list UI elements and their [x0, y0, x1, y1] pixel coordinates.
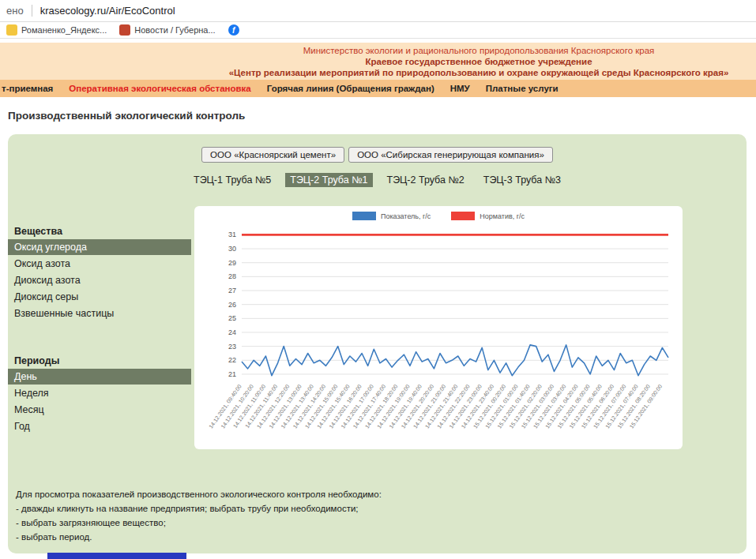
- substance-item[interactable]: Диоксид серы: [8, 289, 191, 305]
- nav-item[interactable]: Оперативная экологическая обстановка: [69, 84, 250, 93]
- svg-text:29: 29: [228, 259, 236, 267]
- security-status-label: ено: [6, 5, 24, 17]
- address-url[interactable]: krasecology.ru/Air/EcoControl: [40, 5, 175, 17]
- emissions-line-chart: 212223242526272829303114.12.2021, 09:40:…: [197, 223, 678, 446]
- legend-label: Норматив, г/с: [480, 212, 525, 220]
- bookmark-item[interactable]: Романенко_Яндекс...: [6, 24, 107, 36]
- period-item[interactable]: Год: [8, 418, 191, 434]
- address-separator: [32, 5, 32, 17]
- pipe-tab[interactable]: ТЭЦ-1 Труба №5: [189, 173, 276, 187]
- chart-legend: Показатель, г/с Норматив, г/с: [194, 210, 683, 222]
- company-button-row: ООО «Красноярский цемент» ООО «Сибирская…: [8, 134, 747, 163]
- pipe-tab[interactable]: ТЭЦ-2 Труба №1: [285, 173, 372, 187]
- nav-item[interactable]: НМУ: [450, 84, 470, 93]
- site-favicon-icon: [119, 24, 130, 36]
- browser-status-bar: [47, 553, 186, 559]
- browser-window: ено krasecology.ru/Air/EcoControl Романе…: [0, 0, 756, 559]
- period-item[interactable]: Неделя: [8, 385, 191, 401]
- yandex-favicon-icon: [6, 24, 17, 36]
- nav-item[interactable]: Горячая линия (Обращения граждан): [267, 84, 434, 93]
- substance-item[interactable]: Взвешенные частицы: [8, 306, 191, 321]
- bookmark-label: Новости / Губерна...: [134, 25, 215, 35]
- browser-address-bar[interactable]: ено krasecology.ru/Air/EcoControl: [0, 0, 756, 22]
- company-button[interactable]: ООО «Сибирская генерирующая компания»: [348, 147, 553, 163]
- period-item[interactable]: День: [8, 369, 191, 385]
- svg-text:23: 23: [228, 343, 236, 351]
- institution-line: Краевое государственное бюджетное учрежд…: [201, 56, 756, 67]
- sidebar: Вещества Оксид углерода Оксид азота Диок…: [8, 206, 191, 449]
- substance-item[interactable]: Оксид углерода: [8, 239, 191, 255]
- chart-card: Показатель, г/с Норматив, г/с 2122232425…: [194, 206, 683, 449]
- instruction-line: - дважды кликнуть на название предприяти…: [16, 501, 747, 516]
- instruction-line: - выбрать загрязняющее вещество;: [16, 516, 747, 530]
- svg-text:28: 28: [228, 272, 236, 280]
- legend-item: Показатель, г/с: [352, 212, 431, 220]
- instruction-line: Для просмотра показателей производственн…: [16, 487, 747, 501]
- bookmark-label: Романенко_Яндекс...: [21, 25, 107, 35]
- svg-text:27: 27: [228, 287, 236, 295]
- site-header-text: Министерство экологии и рационального пр…: [201, 45, 756, 78]
- center-name-line: «Центр реализации мероприятий по природо…: [201, 67, 756, 78]
- svg-text:25: 25: [228, 314, 236, 322]
- svg-text:24: 24: [228, 328, 236, 336]
- pipe-tab[interactable]: ТЭЦ-3 Труба №3: [479, 173, 566, 187]
- legend-label: Показатель, г/с: [381, 212, 431, 220]
- legend-swatch-icon: [352, 212, 376, 220]
- svg-text:30: 30: [228, 245, 236, 253]
- eco-control-panel: ООО «Красноярский цемент» ООО «Сибирская…: [8, 134, 747, 553]
- site-header: Министерство экологии и рационального пр…: [0, 43, 756, 80]
- period-item[interactable]: Месяц: [8, 402, 191, 418]
- pipe-tab-row: ТЭЦ-1 Труба №5 ТЭЦ-2 Труба №1 ТЭЦ-2 Труб…: [8, 173, 747, 187]
- pipe-tab[interactable]: ТЭЦ-2 Труба №2: [382, 173, 469, 187]
- bookmarks-bar: Романенко_Яндекс... Новости / Губерна...…: [0, 22, 756, 39]
- substances-list: Оксид углерода Оксид азота Диоксид азота…: [8, 239, 191, 321]
- periods-heading: Периоды: [8, 353, 191, 369]
- substance-item[interactable]: Диоксид азота: [8, 272, 191, 288]
- svg-text:21: 21: [228, 370, 236, 378]
- instructions-block: Для просмотра показателей производственн…: [16, 487, 747, 544]
- legend-item: Норматив, г/с: [451, 212, 525, 220]
- nav-item[interactable]: т-приемная: [2, 84, 53, 93]
- content-row: Вещества Оксид углерода Оксид азота Диок…: [8, 206, 747, 449]
- instruction-line: - выбрать период.: [16, 530, 747, 544]
- svg-text:22: 22: [228, 356, 236, 364]
- page-title: Производственный экологический контроль: [8, 110, 756, 122]
- periods-list: День Неделя Месяц Год: [8, 369, 191, 434]
- bookmark-item[interactable]: f: [228, 24, 243, 36]
- company-button[interactable]: ООО «Красноярский цемент»: [201, 147, 344, 163]
- ministry-line: Министерство экологии и рационального пр…: [201, 45, 756, 56]
- svg-text:31: 31: [228, 231, 236, 238]
- substances-heading: Вещества: [8, 223, 191, 239]
- main-nav: т-приемная Оперативная экологическая обс…: [0, 80, 756, 97]
- periods-block: Периоды День Неделя Месяц Год: [8, 353, 191, 434]
- facebook-icon: f: [228, 24, 239, 36]
- substance-item[interactable]: Оксид азота: [8, 256, 191, 272]
- nav-item[interactable]: Платные услуги: [486, 84, 559, 93]
- svg-text:26: 26: [228, 301, 236, 309]
- bookmark-item[interactable]: Новости / Губерна...: [119, 24, 215, 36]
- legend-swatch-icon: [451, 212, 475, 220]
